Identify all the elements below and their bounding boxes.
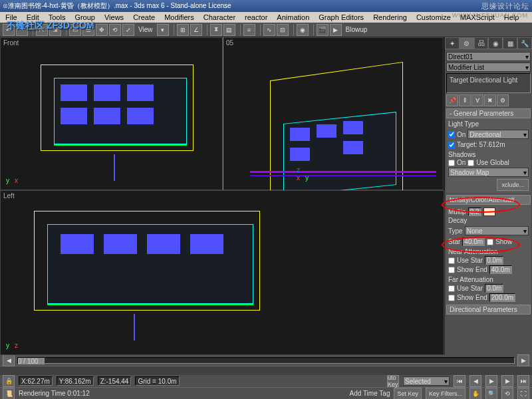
viewport-front[interactable]: Front yx xyxy=(0,37,223,190)
target-checkbox[interactable] xyxy=(448,142,455,148)
shadows-on-checkbox[interactable] xyxy=(448,160,455,166)
statusbar-2: 📜 Rendering Time 0:01:12 Add Time Tag Se… xyxy=(0,387,532,399)
unique-button[interactable]: ∀ xyxy=(471,94,483,106)
layers-button[interactable]: ≡ xyxy=(243,24,255,36)
tab-motion[interactable]: ◉ xyxy=(488,37,503,49)
lock-button[interactable]: 🔒 xyxy=(3,375,15,387)
near-show-checkbox[interactable] xyxy=(448,267,455,273)
menu-customize[interactable]: Customize xyxy=(412,13,455,22)
menu-create[interactable]: Create xyxy=(129,13,159,22)
far-end-spinner[interactable]: 200.0m xyxy=(489,293,515,302)
multiplier-label: Multip xyxy=(448,208,466,215)
menu-reactor[interactable]: reactor xyxy=(241,13,271,22)
menu-rendering[interactable]: Rendering xyxy=(369,13,411,22)
light-on-checkbox[interactable] xyxy=(448,131,455,138)
y-coord-field[interactable]: Y:86.162m xyxy=(57,376,94,386)
rollout-intensity-header[interactable]: tensity/Color/Attenuati xyxy=(446,195,531,205)
rollout-directional-header[interactable]: Directional Parameters xyxy=(446,305,531,315)
use-global-checkbox[interactable] xyxy=(467,160,474,166)
z-coord-field[interactable]: Z:-154.44 xyxy=(98,376,132,386)
color-swatch[interactable] xyxy=(483,207,495,216)
timeline: ◀ 0 / 100 ▶ xyxy=(0,355,532,366)
material-button[interactable]: ◉ xyxy=(297,24,309,36)
shadow-type-dropdown[interactable]: Shadow Map xyxy=(448,168,529,177)
multiplier-spinner[interactable]: 0.2 xyxy=(468,207,481,216)
decay-type-dropdown[interactable]: None xyxy=(465,226,529,235)
menu-animation[interactable]: Animation xyxy=(273,13,313,22)
coord-center-button[interactable]: ▾ xyxy=(157,24,169,36)
remove-mod-button[interactable]: ✖ xyxy=(484,94,496,106)
render-type-dropdown[interactable]: Blowup xyxy=(343,26,370,33)
window-title: ⊙淮南图书馆-4-hxt-黄昏（教材模型）.max - 3ds max 6 - … xyxy=(3,1,231,11)
tab-create[interactable]: ✦ xyxy=(445,37,460,49)
near-start-spinner[interactable]: 0.0m xyxy=(485,256,503,265)
nav-orbit-button[interactable]: ⟲ xyxy=(501,388,513,400)
timeline-prev-button[interactable]: ◀ xyxy=(3,354,15,366)
titlebar: ⊙淮南图书馆-4-hxt-黄昏（教材模型）.max - 3ds max 6 - … xyxy=(0,0,532,12)
curve-editor-button[interactable]: ∿ xyxy=(263,24,275,36)
command-panel: ✦ ⚙ 品 ◉ ▦ 🔧 Direct01 Modifier List Targe… xyxy=(444,37,532,355)
time-slider[interactable]: 0 / 100 xyxy=(17,357,515,364)
tab-utilities[interactable]: 🔧 xyxy=(517,37,532,49)
angle-snap-button[interactable]: ∠ xyxy=(190,24,202,36)
keyfilters-button[interactable]: Key Filters... xyxy=(426,388,466,400)
rotate-button[interactable]: ⟲ xyxy=(109,24,121,36)
render-scene-button[interactable]: 🎬 xyxy=(317,24,329,36)
menu-views[interactable]: Views xyxy=(100,13,128,22)
decay-start-spinner[interactable]: 40.0m xyxy=(462,237,485,246)
trackbar[interactable] xyxy=(0,366,532,375)
menu-character[interactable]: Character xyxy=(200,13,239,22)
nav-pan-button[interactable]: ✋ xyxy=(469,388,481,400)
rollout-general-header[interactable]: - General Parameters xyxy=(446,108,531,118)
far-start-spinner[interactable]: 0.0m xyxy=(485,284,503,293)
light-type-label: Light Type xyxy=(448,120,529,128)
object-name-field[interactable]: Direct01 xyxy=(446,52,531,61)
watermark-url: WWW.MISSYUAN.COM xyxy=(452,12,528,19)
pin-stack-button[interactable]: 📌 xyxy=(446,94,458,106)
nav-zoom-button[interactable]: 🔍 xyxy=(485,388,497,400)
play-next-button[interactable]: ▶ xyxy=(501,375,513,387)
viewport-left[interactable]: Left yz xyxy=(0,190,444,355)
align-button[interactable]: ▤ xyxy=(223,24,235,36)
light-type-dropdown[interactable]: Directional xyxy=(467,130,529,139)
near-end-spinner[interactable]: 40.0m xyxy=(489,265,512,274)
tab-modify[interactable]: ⚙ xyxy=(460,37,474,49)
menu-grapheditors[interactable]: Graph Editors xyxy=(315,13,368,22)
menu-modifiers[interactable]: Modifiers xyxy=(160,13,198,22)
snap-button[interactable]: ⊞ xyxy=(177,24,189,36)
ref-coord-dropdown[interactable]: View xyxy=(136,26,156,33)
play-end-button[interactable]: ⏭ xyxy=(517,375,529,387)
setkey-button[interactable]: Set Key xyxy=(394,388,422,400)
viewport-left-label: Left xyxy=(3,192,15,200)
mirror-button[interactable]: ⧗ xyxy=(210,24,222,36)
script-button[interactable]: 📜 xyxy=(3,388,15,400)
add-time-tag-field[interactable]: Add Time Tag xyxy=(349,390,390,397)
keyfilter-dropdown[interactable]: Selected xyxy=(403,376,450,386)
decay-label: Decay xyxy=(448,217,529,224)
quick-render-button[interactable]: ▶ xyxy=(330,24,342,36)
exclude-button[interactable]: xclude... xyxy=(497,179,529,191)
autokey-button[interactable]: uto Key xyxy=(387,375,399,387)
move-button[interactable]: ✥ xyxy=(96,24,108,36)
play-prev-button[interactable]: ◀ xyxy=(469,375,481,387)
far-use-checkbox[interactable] xyxy=(448,285,455,292)
tab-display[interactable]: ▦ xyxy=(503,37,517,49)
x-coord-field[interactable]: X:62.27m xyxy=(19,376,53,386)
config-button[interactable]: ⚙ xyxy=(497,94,509,106)
tab-hierarchy[interactable]: 品 xyxy=(474,37,489,49)
modifier-list-dropdown[interactable]: Modifier List xyxy=(446,63,531,72)
nav-max-button[interactable]: ⛶ xyxy=(517,388,529,400)
viewport-perspective[interactable]: 05 xyz xyxy=(223,37,444,190)
timeline-next-button[interactable]: ▶ xyxy=(517,354,529,366)
decay-show-checkbox[interactable] xyxy=(487,239,493,245)
play-button[interactable]: ▶ xyxy=(485,375,497,387)
command-tabs: ✦ ⚙ 品 ◉ ▦ 🔧 xyxy=(445,37,532,49)
modifier-stack[interactable]: Target Directional Light xyxy=(446,73,531,93)
scale-button[interactable]: ⤢ xyxy=(122,24,134,36)
far-show-checkbox[interactable] xyxy=(448,295,455,301)
near-use-checkbox[interactable] xyxy=(448,257,455,264)
schematic-button[interactable]: ⊟ xyxy=(277,24,289,36)
play-start-button[interactable]: ⏮ xyxy=(454,375,466,387)
show-result-button[interactable]: Ⅱ xyxy=(459,94,471,106)
shadows-label: Shadows xyxy=(448,151,529,158)
